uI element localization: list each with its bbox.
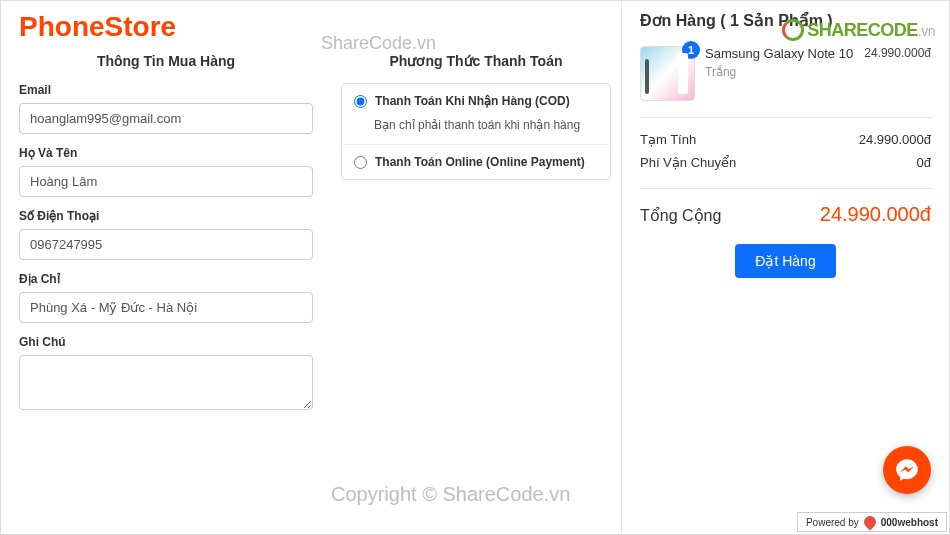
address-field[interactable] (19, 292, 313, 323)
messenger-icon (894, 457, 920, 483)
quantity-badge: 1 (682, 41, 700, 59)
address-label: Địa Chỉ (19, 272, 313, 286)
sharecode-text-2: CODE (868, 20, 918, 40)
email-label: Email (19, 83, 313, 97)
payment-option-cod[interactable]: Thanh Toán Khi Nhận Hàng (COD) (342, 84, 610, 118)
name-field[interactable] (19, 166, 313, 197)
subtotal-value: 24.990.000đ (859, 132, 931, 147)
sharecode-logo: SHARECODE.vn (782, 19, 935, 41)
customer-info-heading: Thông Tin Mua Hàng (19, 53, 313, 69)
payment-radio-cod[interactable] (354, 95, 367, 108)
product-price: 24.990.000đ (864, 46, 931, 63)
payment-options: Thanh Toán Khi Nhận Hàng (COD) Bạn chỉ p… (341, 83, 611, 180)
product-thumbnail: 1 (640, 46, 695, 101)
payment-method-heading: Phương Thức Thanh Toán (341, 53, 611, 69)
brand-logo: PhoneStore (19, 11, 313, 43)
shipping-value: 0đ (917, 155, 931, 170)
note-field[interactable] (19, 355, 313, 410)
chat-button[interactable] (883, 446, 931, 494)
powered-by-host: 000webhost (881, 517, 938, 528)
flame-icon (861, 514, 878, 531)
subtotal-label: Tạm Tính (640, 132, 696, 147)
payment-online-label: Thanh Toán Online (Online Payment) (375, 155, 585, 169)
email-field[interactable] (19, 103, 313, 134)
sharecode-suffix: .vn (918, 23, 935, 39)
product-name: Samsung Galaxy Note 10 (705, 46, 853, 63)
product-variant: Trắng (705, 65, 931, 79)
place-order-button[interactable]: Đặt Hàng (735, 244, 835, 278)
name-label: Họ Và Tên (19, 146, 313, 160)
total-value: 24.990.000đ (820, 203, 931, 226)
total-label: Tổng Cộng (640, 206, 721, 225)
shipping-label: Phí Vận Chuyển (640, 155, 736, 170)
phone-field[interactable] (19, 229, 313, 260)
note-label: Ghi Chú (19, 335, 313, 349)
sharecode-swirl-icon (782, 19, 804, 41)
powered-by-badge[interactable]: Powered by 000webhost (797, 512, 947, 532)
phone-label: Số Điện Thoại (19, 209, 313, 223)
payment-option-online[interactable]: Thanh Toán Online (Online Payment) (342, 145, 610, 179)
order-item: 1 Samsung Galaxy Note 10 24.990.000đ Trắ… (640, 46, 931, 118)
sharecode-text-1: SHARE (807, 20, 868, 40)
payment-cod-label: Thanh Toán Khi Nhận Hàng (COD) (375, 94, 570, 108)
powered-by-prefix: Powered by (806, 517, 859, 528)
payment-cod-desc: Bạn chỉ phải thanh toán khi nhận hàng (342, 118, 610, 145)
payment-radio-online[interactable] (354, 156, 367, 169)
